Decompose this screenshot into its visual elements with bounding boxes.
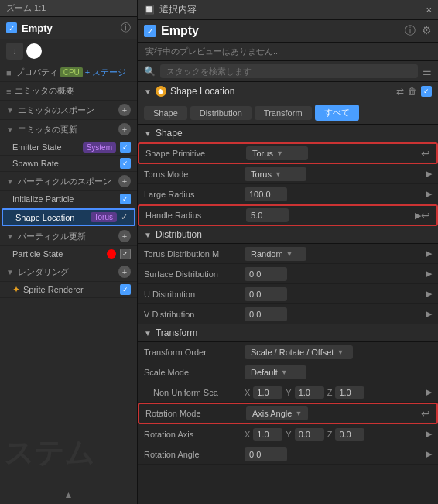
particle-update-label: パーティクル更新 xyxy=(18,231,86,242)
popup-empty-check[interactable]: ✓ xyxy=(144,25,156,37)
torus-mode-label: Torus Mode xyxy=(144,170,245,179)
empty-header: ✓ Empty ⓘ xyxy=(0,17,137,39)
torus-mode-dropdown[interactable]: Torus ▼ xyxy=(245,167,306,181)
emitter-spawn-add[interactable]: + xyxy=(118,104,131,116)
delete-icon[interactable]: 🗑 xyxy=(408,86,417,97)
revert-handle-radius[interactable]: ↩ xyxy=(421,209,430,221)
rotation-angle-more[interactable]: ▶ xyxy=(426,449,432,459)
sprite-renderer-item: ✦ Sprite Renderer ✓ xyxy=(0,282,137,298)
large-radius-input[interactable] xyxy=(245,187,287,201)
shape-location-check[interactable]: ✓ xyxy=(121,212,128,222)
tab-distribution[interactable]: Distribution xyxy=(190,106,252,120)
shape-location-item[interactable]: Shape Location Torus ✓ xyxy=(2,208,135,226)
ry-input[interactable] xyxy=(295,428,324,441)
torus-mode-more[interactable]: ▶ xyxy=(426,169,432,179)
torus-dist-text: Random xyxy=(251,249,283,259)
tab-shape[interactable]: Shape xyxy=(144,106,187,120)
emitter-spawn-header[interactable]: ▼ エミッタのスポーン + xyxy=(0,101,137,120)
right-panel: 🔲 選択内容 × ✓ Empty ⓘ ⚙ 実行中のプレビューはありません... … xyxy=(138,0,438,504)
transform-order-dropdown[interactable]: Scale / Rotate / Offset ▼ xyxy=(245,345,353,359)
initialize-particle-check[interactable]: ✓ xyxy=(120,194,131,204)
cpu-badge: CPU xyxy=(60,67,83,77)
torus-mode-text: Torus xyxy=(251,170,272,179)
particle-update-add[interactable]: + xyxy=(118,230,131,242)
torus-mode-value: Torus ▼ xyxy=(245,167,423,181)
shape-primitive-dropdown[interactable]: Torus ▼ xyxy=(246,146,308,160)
spawn-rate-check[interactable]: ✓ xyxy=(120,158,131,169)
scale-mode-dropdown[interactable]: Default ▼ xyxy=(245,365,306,379)
rendering-add[interactable]: + xyxy=(118,266,131,278)
u-dist-value xyxy=(245,287,423,301)
stage-label[interactable]: + ステージ xyxy=(85,67,126,78)
tab-transform[interactable]: Transform xyxy=(255,106,312,120)
u-dist-more[interactable]: ▶ xyxy=(426,289,432,299)
handle-radius-label: Handle Radius xyxy=(145,211,246,220)
surface-dist-value xyxy=(245,267,423,281)
initialize-particle-item: Initialize Particle ✓ xyxy=(0,191,137,207)
xyz-group: X Y Z xyxy=(245,386,364,399)
shape-loc-check[interactable]: ✓ xyxy=(421,86,432,97)
filter-icon[interactable]: ⚌ xyxy=(423,66,432,77)
u-dist-input[interactable] xyxy=(245,287,287,301)
particle-spawn-header[interactable]: ▼ パーティクルのスポーン + xyxy=(0,172,137,191)
info-icon2[interactable]: ⓘ xyxy=(405,24,416,38)
chevron-down4-icon: ▼ xyxy=(337,348,344,356)
shape-loc-triangle-icon[interactable]: ▼ xyxy=(144,87,152,96)
emitter-overview[interactable]: ≡ エミッタの概要 xyxy=(0,82,137,101)
rotation-angle-input[interactable] xyxy=(245,447,287,461)
empty-checkbox[interactable]: ✓ xyxy=(6,22,17,33)
popup-header: 🔲 選択内容 × xyxy=(138,0,438,20)
z-input[interactable] xyxy=(335,386,364,399)
rotation-axis-more[interactable]: ▶ xyxy=(426,429,432,439)
sprite-renderer-check[interactable]: ✓ xyxy=(120,284,131,295)
surface-dist-input[interactable] xyxy=(245,267,287,281)
revert-shape-primitive[interactable]: ↩ xyxy=(421,147,430,159)
info-icon[interactable]: ⓘ xyxy=(121,21,131,35)
y-input[interactable] xyxy=(295,386,324,399)
properties-section[interactable]: ■ プロパティ CPU + ステージ xyxy=(0,63,137,82)
emitter-state-check[interactable]: ✓ xyxy=(120,142,131,153)
rotation-axis-label: Rotation Axis xyxy=(144,430,245,439)
x-input[interactable] xyxy=(253,386,282,399)
search-input[interactable] xyxy=(160,64,418,78)
large-radius-more[interactable]: ▶ xyxy=(426,189,432,199)
v-dist-input[interactable] xyxy=(245,307,287,321)
rendering-header[interactable]: ▼ レンダリング + xyxy=(0,262,137,282)
particle-update-header[interactable]: ▼ パーティクル更新 + xyxy=(0,227,137,246)
torus-dist-dropdown[interactable]: Random ▼ xyxy=(245,247,306,261)
download-button[interactable]: ↓ xyxy=(6,43,23,60)
v-dist-more[interactable]: ▶ xyxy=(426,309,432,319)
spawn-rate-label: Spawn Rate xyxy=(12,159,120,168)
particle-state-check[interactable]: ✓ xyxy=(120,249,131,259)
rotation-angle-row: Rotation Angle ▶ xyxy=(138,444,438,465)
non-uniform-more[interactable]: ▶ xyxy=(426,387,432,397)
rotation-mode-text: Axis Angle xyxy=(252,409,292,418)
shape-tri-icon[interactable]: ▼ xyxy=(144,129,152,138)
revert-rotation-mode[interactable]: ↩ xyxy=(421,407,430,420)
zoom-label: ズーム 1:1 xyxy=(0,0,137,17)
spawn-rate-item: Spawn Rate ✓ xyxy=(0,156,137,172)
trans-tri-icon[interactable]: ▼ xyxy=(144,329,152,338)
close-button[interactable]: × xyxy=(426,4,432,15)
dist-tri-icon[interactable]: ▼ xyxy=(144,231,152,239)
shuffle-icon[interactable]: ⇄ xyxy=(396,86,404,97)
handle-radius-input[interactable] xyxy=(246,208,289,222)
emitter-update-add[interactable]: + xyxy=(118,123,131,135)
particle-spawn-add[interactable]: + xyxy=(118,175,131,187)
handle-radius-more[interactable]: ▶ xyxy=(415,211,421,221)
rx-input[interactable] xyxy=(253,428,282,441)
rotation-mode-dropdown[interactable]: Axis Angle ▼ xyxy=(246,406,308,420)
collapse-button[interactable]: ▲ xyxy=(0,485,137,504)
system-tag: System xyxy=(83,142,116,153)
triangle2-icon: ▼ xyxy=(6,125,14,134)
tab-all[interactable]: すべて xyxy=(315,105,359,121)
transform-order-row: Transform Order Scale / Rotate / Offset … xyxy=(138,342,438,362)
torus-dist-more[interactable]: ▶ xyxy=(426,249,432,259)
emitter-update-header[interactable]: ▼ エミッタの更新 + xyxy=(0,120,137,139)
surface-dist-more[interactable]: ▶ xyxy=(426,269,432,279)
shape-section-header: ▼ Shape xyxy=(138,125,438,142)
non-uniform-row: Non Uniform Sca X Y Z ▶ xyxy=(138,382,438,403)
toolbar-row: ↓ xyxy=(0,39,137,63)
rz-input[interactable] xyxy=(335,428,364,441)
gear-icon[interactable]: ⚙ xyxy=(422,24,432,38)
